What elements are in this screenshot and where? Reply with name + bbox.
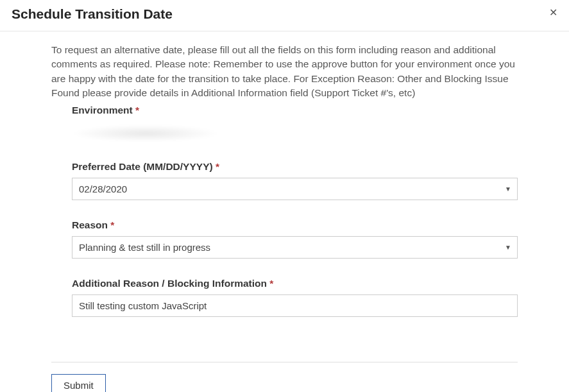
required-asterisk: * bbox=[216, 161, 219, 172]
intro-text: To request an alternative date, please f… bbox=[51, 43, 518, 101]
field-preferred-date: Preferred Date (MM/DD/YYYY) * 02/28/2020… bbox=[51, 161, 518, 200]
submit-button[interactable]: Submit bbox=[51, 374, 106, 392]
field-additional: Additional Reason / Blocking Information… bbox=[51, 278, 518, 317]
preferred-date-select[interactable]: 02/28/2020 bbox=[72, 178, 518, 200]
close-icon[interactable]: ✕ bbox=[549, 6, 557, 18]
field-reason: Reason * Planning & test still in progre… bbox=[51, 219, 518, 259]
modal-content: To request an alternative date, please f… bbox=[0, 31, 569, 317]
modal-footer: Submit bbox=[0, 362, 569, 392]
modal-header: Schedule Transition Date ✕ bbox=[0, 0, 569, 31]
additional-input[interactable] bbox=[72, 294, 518, 317]
required-asterisk: * bbox=[110, 219, 114, 230]
required-asterisk: * bbox=[135, 105, 139, 115]
modal-title: Schedule Transition Date bbox=[12, 6, 173, 22]
environment-label: Environment * bbox=[72, 105, 518, 116]
field-environment: Environment * bbox=[51, 105, 518, 116]
required-asterisk: * bbox=[269, 278, 273, 289]
reason-select[interactable]: Planning & test still in progress bbox=[72, 236, 518, 259]
reason-label: Reason * bbox=[72, 219, 518, 231]
environment-value-redacted bbox=[72, 125, 219, 142]
preferred-date-label: Preferred Date (MM/DD/YYYY) * bbox=[72, 161, 518, 173]
additional-label: Additional Reason / Blocking Information… bbox=[72, 278, 518, 289]
